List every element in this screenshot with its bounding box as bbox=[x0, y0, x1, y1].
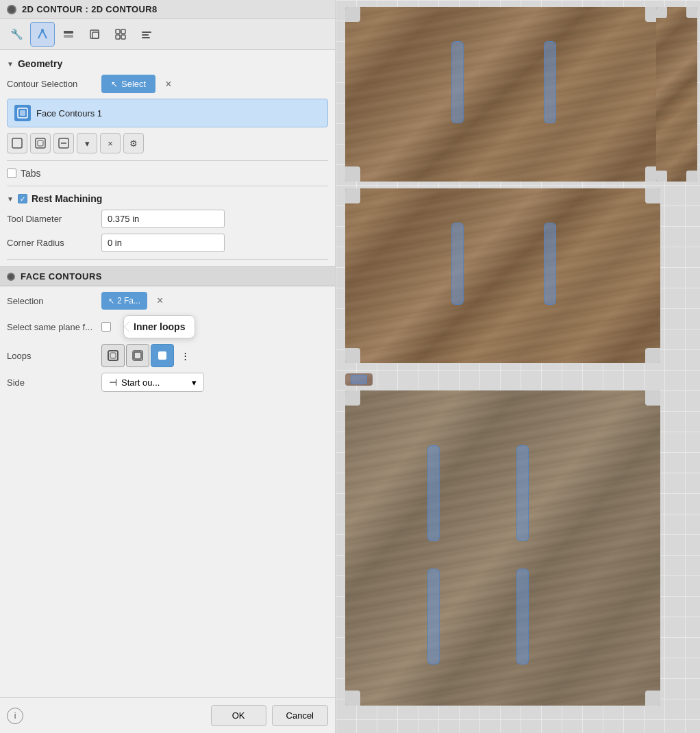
select-button-label: Select bbox=[121, 79, 146, 89]
contour-selection-row: Contour Selection ↖ Select × bbox=[7, 75, 328, 93]
wood-panel-small-top bbox=[345, 373, 373, 386]
svg-rect-3 bbox=[90, 30, 99, 38]
wood-texture-1 bbox=[345, 7, 660, 182]
tabs-label: Tabs bbox=[21, 168, 41, 179]
cube-button[interactable] bbox=[82, 22, 107, 47]
dropdown-button[interactable]: ▾ bbox=[77, 133, 97, 153]
tabs-row: Tabs bbox=[7, 168, 328, 179]
tool-button[interactable]: 🔧 bbox=[4, 22, 29, 47]
rest-machining-title: Rest Machining bbox=[32, 193, 102, 204]
face-contours-item[interactable]: Face Contours 1 bbox=[7, 99, 328, 127]
select-same-plane-row: Select same plane f... Inner loops bbox=[7, 315, 328, 338]
selection-label: Selection bbox=[7, 296, 96, 306]
svg-point-0 bbox=[41, 29, 44, 32]
loops-row: Loops ⋮ bbox=[7, 344, 328, 367]
settings-button[interactable]: ⚙ bbox=[123, 133, 144, 153]
layers-button[interactable] bbox=[56, 22, 81, 47]
geometry-triangle-icon: ▼ bbox=[7, 60, 14, 68]
geometry-section-header: ▼ Geometry bbox=[7, 58, 328, 69]
select-button[interactable]: ↖ Select bbox=[101, 75, 155, 93]
inner-loops-tooltip: Inner loops bbox=[123, 315, 195, 338]
svg-rect-16 bbox=[38, 140, 43, 146]
divider-1 bbox=[7, 160, 328, 161]
svg-rect-13 bbox=[20, 110, 25, 116]
geometry-section-title: Geometry bbox=[18, 58, 62, 69]
svg-rect-8 bbox=[121, 35, 125, 39]
corner-radius-input[interactable] bbox=[101, 234, 225, 252]
rest-machining-triangle-icon: ▼ bbox=[7, 195, 14, 203]
svg-rect-20 bbox=[110, 353, 116, 358]
contour-selection-label: Contour Selection bbox=[7, 79, 96, 89]
outer-loops-button[interactable] bbox=[101, 344, 125, 367]
wood-texture-3 bbox=[345, 188, 660, 363]
selection-cursor-icon: ↖ bbox=[108, 297, 114, 306]
wood-panel-top-right bbox=[656, 7, 697, 182]
bottom-bar: i OK Cancel bbox=[0, 697, 335, 733]
svg-rect-5 bbox=[116, 29, 120, 34]
side-icon: ⊣ bbox=[109, 377, 117, 388]
ok-label: OK bbox=[232, 710, 245, 721]
path-button[interactable] bbox=[30, 22, 55, 47]
loops-group: ⋮ bbox=[101, 344, 195, 367]
wood-panel-bottom-left bbox=[345, 390, 660, 706]
more-icon: ⋮ bbox=[181, 351, 190, 361]
svg-rect-1 bbox=[64, 31, 73, 34]
view-button[interactable] bbox=[134, 22, 159, 47]
svg-rect-11 bbox=[142, 37, 150, 38]
tabs-checkbox[interactable] bbox=[7, 169, 16, 178]
inner-loops-button[interactable] bbox=[151, 344, 174, 367]
svg-rect-14 bbox=[12, 138, 22, 148]
svg-rect-15 bbox=[36, 138, 45, 148]
wood-texture-2 bbox=[656, 7, 697, 182]
window-title: 2D CONTOUR : 2D CONTOUR8 bbox=[22, 4, 157, 14]
rest-machining-header: ▼ ✓ Rest Machining bbox=[7, 193, 328, 204]
side-row: Side ⊣ Start ou... ▾ bbox=[7, 373, 328, 392]
wood-texture-4 bbox=[345, 390, 660, 706]
grid-button[interactable] bbox=[108, 22, 133, 47]
wood-panel-middle bbox=[345, 188, 660, 363]
select-same-plane-label: Select same plane f... bbox=[7, 322, 96, 332]
loops-more-button[interactable]: ⋮ bbox=[175, 344, 195, 367]
add-face-button[interactable] bbox=[30, 133, 51, 153]
select-same-plane-checkbox[interactable] bbox=[101, 322, 111, 332]
face-contours-section-bar: FACE CONTOURS bbox=[0, 266, 335, 286]
tool-diameter-input[interactable] bbox=[101, 210, 225, 228]
svg-rect-7 bbox=[116, 35, 120, 39]
divider-3 bbox=[7, 259, 328, 260]
title-dot-icon bbox=[7, 5, 16, 14]
svg-rect-22 bbox=[134, 352, 141, 359]
tool-diameter-row: Tool Diameter bbox=[7, 210, 328, 228]
side-dropdown-arrow: ▾ bbox=[192, 377, 197, 388]
contour-selection-close-button[interactable]: × bbox=[161, 77, 175, 92]
info-button[interactable]: i bbox=[7, 708, 23, 724]
panel-content: ▼ Geometry Contour Selection ↖ Select × … bbox=[0, 50, 335, 697]
ok-button[interactable]: OK bbox=[211, 705, 266, 726]
info-icon: i bbox=[14, 711, 16, 721]
side-dropdown[interactable]: ⊣ Start ou... ▾ bbox=[101, 373, 204, 392]
add-body-button[interactable] bbox=[7, 133, 27, 153]
side-value: Start ou... bbox=[121, 377, 160, 388]
tooltip-text: Inner loops bbox=[134, 321, 185, 332]
title-bar: 2D CONTOUR : 2D CONTOUR8 bbox=[0, 0, 335, 19]
selection-button-label: 2 Fa... bbox=[117, 296, 140, 306]
cursor-icon: ↖ bbox=[111, 79, 118, 89]
wood-panel-top-left bbox=[345, 7, 660, 182]
svg-rect-23 bbox=[158, 351, 166, 360]
svg-rect-9 bbox=[142, 32, 151, 33]
remove-button[interactable]: × bbox=[100, 133, 121, 153]
add-edge-button[interactable] bbox=[53, 133, 74, 153]
middle-loops-button[interactable] bbox=[126, 344, 149, 367]
rest-machining-checkbox[interactable]: ✓ bbox=[18, 194, 27, 203]
side-label: Side bbox=[7, 377, 96, 388]
selection-close-button[interactable]: × bbox=[153, 293, 167, 308]
svg-rect-10 bbox=[142, 34, 149, 36]
face-icon bbox=[14, 105, 31, 121]
divider-2 bbox=[7, 186, 328, 186]
face-contours-label: Face Contours 1 bbox=[36, 108, 102, 119]
right-panel bbox=[336, 0, 700, 733]
cancel-button[interactable]: Cancel bbox=[272, 705, 328, 726]
left-panel: 2D CONTOUR : 2D CONTOUR8 🔧 bbox=[0, 0, 336, 733]
corner-radius-row: Corner Radius bbox=[7, 234, 328, 252]
svg-rect-4 bbox=[92, 32, 99, 38]
selection-button[interactable]: ↖ 2 Fa... bbox=[101, 292, 147, 310]
